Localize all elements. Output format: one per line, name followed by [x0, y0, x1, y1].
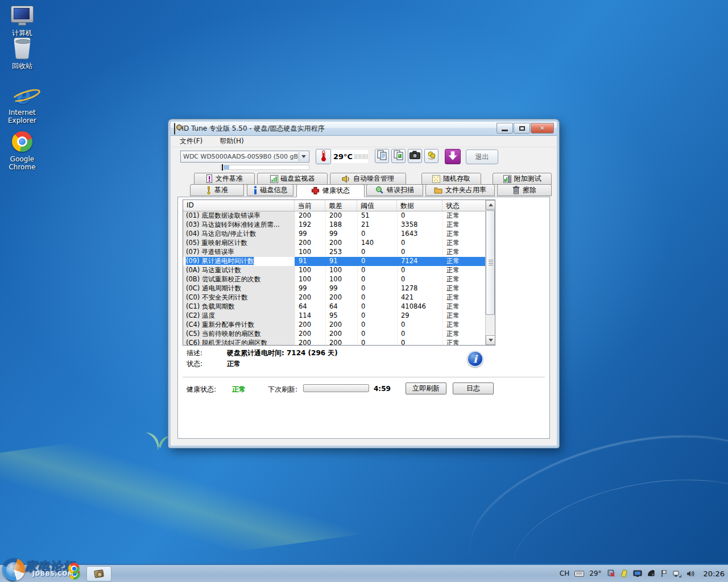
tab-健康状态[interactable]: 健康状态	[296, 184, 365, 197]
menu-file[interactable]: 文件(F)	[177, 135, 205, 147]
table-row-(04)[interactable]: (04) 马达启动/停止计数999901643正常	[183, 230, 495, 239]
start-button[interactable]	[5, 566, 20, 581]
table-row-(01)[interactable]: (01) 底层数据读取错误率200200510正常	[183, 211, 495, 221]
tab-磁盘监视器[interactable]: 磁盘监视器	[257, 173, 328, 185]
cell-text: 200	[299, 293, 311, 301]
clock[interactable]: 20:26	[704, 569, 725, 578]
value-cell: 114	[295, 311, 325, 321]
close-button[interactable]: ✕	[531, 123, 554, 134]
column-header-状态[interactable]: 状态	[442, 200, 486, 211]
value-cell: 100	[295, 275, 325, 284]
cell-text: 200	[299, 321, 311, 329]
desktop-icon-Internet Explorer[interactable]: eInternet Explorer	[3, 83, 41, 124]
table-row-(05)[interactable]: (05) 重映射扇区计数2002001400正常	[183, 239, 495, 248]
tab-擦除[interactable]: 擦除	[497, 184, 552, 196]
internet-explorer-icon: e	[10, 83, 35, 107]
cell-text: 0	[361, 302, 365, 310]
language-indicator[interactable]: CH	[560, 569, 569, 577]
table-row-(0B)[interactable]: (0B) 尝试重新校正的次数10010000正常	[183, 275, 495, 284]
cell-text: (03) 马达旋转到标准转速所需...	[186, 221, 280, 228]
taskbar-chrome-button[interactable]	[67, 566, 82, 581]
attribute-name-cell: (C5) 当前待映射的扇区数	[183, 330, 295, 339]
drive-selector[interactable]: WDC WD5000AADS-00S9B0 (500 gB)	[180, 151, 309, 163]
tab-磁盘信息[interactable]: 磁盘信息	[247, 184, 293, 196]
refresh-now-button[interactable]: 立即刷新	[406, 383, 446, 394]
column-header-数据[interactable]: 数据	[397, 200, 442, 211]
table-row-(09)[interactable]: (09) 累计通电时间计数919107124正常	[183, 257, 495, 266]
column-header-当前[interactable]: 当前	[295, 200, 325, 211]
value-cell: 200	[295, 330, 325, 339]
network-icon[interactable]	[673, 570, 681, 577]
tab-基准[interactable]: 基准	[190, 184, 244, 196]
value-cell: 正常	[442, 330, 486, 339]
title-bar[interactable]: HD Tune 专业版 5.50 - 硬盘/固态硬盘实用程序 ✕	[171, 122, 557, 136]
chevron-down-icon[interactable]	[299, 152, 308, 161]
keyboard-icon[interactable]	[574, 570, 584, 577]
update-button[interactable]	[445, 149, 461, 164]
table-row-(07)[interactable]: (07) 寻道错误率10025300正常	[183, 248, 495, 257]
table-row-(C4)[interactable]: (C4) 重新分配事件计数20020000正常	[183, 321, 495, 330]
desktop-icon-回收站[interactable]: 回收站	[3, 36, 41, 70]
column-header-阈值[interactable]: 阈值	[357, 200, 397, 211]
table-row-(0C)[interactable]: (0C) 通电周期计数999901278正常	[183, 284, 495, 293]
menu-help[interactable]: 帮助(H)	[217, 135, 246, 147]
tray-temperature[interactable]: 29°	[589, 569, 601, 577]
tab-附加测试[interactable]: 附加测试	[493, 173, 552, 185]
column-header-最差[interactable]: 最差	[325, 200, 357, 211]
scroll-down-button[interactable]	[486, 335, 495, 345]
table-row-(C2)[interactable]: (C2) 温度11495029正常	[183, 311, 495, 321]
cell-text: 正常	[446, 221, 460, 228]
scrollbar-thumb[interactable]	[486, 210, 495, 315]
table-row-(0A)[interactable]: (0A) 马达重试计数10010000正常	[183, 266, 495, 275]
table-scrollbar[interactable]	[485, 200, 495, 345]
exit-button[interactable]: 退出	[466, 149, 498, 164]
desktop-icon-Google Chrome[interactable]: Google Chrome	[3, 130, 41, 171]
table-row-(C1)[interactable]: (C1) 负载周期数64640410846正常	[183, 302, 495, 311]
cell-text: 91	[299, 257, 307, 265]
tab-自动噪音管理[interactable]: 自动噪音管理	[330, 173, 406, 185]
volume-icon[interactable]	[686, 570, 695, 577]
value-cell: 200	[325, 321, 357, 330]
health-status-bar: 健康状态: 正常 下次刷新: 4:59 立即刷新 日志	[178, 381, 549, 396]
display-icon[interactable]	[633, 570, 642, 577]
action-center-flag-icon[interactable]	[660, 569, 668, 577]
copy-text-button[interactable]	[375, 149, 389, 163]
value-cell: 100	[325, 275, 357, 284]
table-row-(C0)[interactable]: (C0) 不安全关闭计数2002000421正常	[183, 293, 495, 302]
table-row-(C5)[interactable]: (C5) 当前待映射的扇区数20020000正常	[183, 330, 495, 339]
tab-文件基准[interactable]: 文件基准	[194, 173, 255, 185]
attribute-name-cell: (03) 马达旋转到标准转速所需...	[183, 221, 295, 230]
column-header-ID[interactable]: ID	[183, 200, 295, 211]
value-cell: 200	[295, 211, 325, 221]
tab-随机存取[interactable]: 随机存取	[421, 173, 481, 185]
taskbar-hdtune-button[interactable]	[86, 566, 111, 581]
table-row-(03)[interactable]: (03) 马达旋转到标准转速所需...192188213358正常	[183, 221, 495, 230]
taskbar: CH29°20:26	[0, 564, 728, 582]
table-row-(C6)[interactable]: (C6) 脱机无法纠正的扇区数20020000正常	[183, 339, 495, 346]
value-cell: 1643	[397, 230, 442, 239]
minimize-button[interactable]	[497, 123, 513, 134]
value-cell: 正常	[442, 311, 486, 321]
desktop-icon-计算机[interactable]: 计算机	[3, 3, 41, 37]
thermometer-button[interactable]	[316, 149, 331, 164]
sync-error-icon[interactable]	[607, 569, 615, 577]
cell-text: (09) 累计通电时间计数	[186, 257, 254, 265]
cell-text: 100	[329, 266, 342, 274]
screenshot-button[interactable]	[408, 149, 422, 163]
media-player-icon[interactable]	[647, 569, 655, 577]
scroll-up-button[interactable]	[486, 200, 495, 210]
cell-text: 0	[361, 248, 365, 256]
value-cell: 64	[295, 302, 325, 311]
cell-text: (C0) 不安全关闭计数	[186, 293, 247, 301]
tab-文件夹占用率[interactable]: 文件夹占用率	[425, 184, 495, 196]
value-cell: 0	[397, 275, 442, 284]
donate-button[interactable]	[424, 149, 439, 163]
log-button[interactable]: 日志	[453, 383, 494, 394]
info-icon[interactable]: i	[467, 351, 483, 367]
cell-text: 0	[361, 293, 365, 301]
hdtune-tray-icon[interactable]	[621, 569, 628, 577]
cell-text: (C1) 负载周期数	[186, 302, 234, 310]
maximize-button[interactable]	[514, 123, 530, 134]
copy-image-button[interactable]	[391, 149, 406, 163]
tab-错误扫描[interactable]: 错误扫描	[366, 184, 423, 196]
